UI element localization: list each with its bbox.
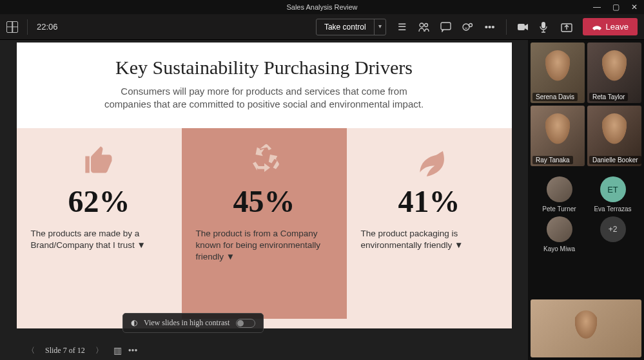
- maximize-icon[interactable]: ▢: [612, 3, 620, 12]
- slide-column-3: 41% The product packaging is environment…: [347, 128, 512, 319]
- gallery-icon[interactable]: ▥: [113, 345, 122, 356]
- participant-name: Ray Tanaka: [532, 156, 573, 164]
- hangup-icon: [592, 23, 602, 31]
- participant-name: Reta Taylor: [589, 93, 628, 101]
- people-icon[interactable]: [418, 22, 430, 32]
- layout-grid-icon[interactable]: [6, 21, 18, 33]
- titlebar: Sales Analysis Review ― ▢ ✕: [0, 0, 644, 14]
- participant-name: Danielle Booker: [589, 156, 641, 164]
- svg-point-1: [424, 23, 427, 26]
- meeting-timer: 22:06: [37, 22, 58, 32]
- list-icon[interactable]: ☰: [396, 21, 408, 33]
- participant-name: Eva Terrazas: [594, 205, 631, 213]
- desc-3: The product packaging is environmentally…: [361, 228, 498, 251]
- video-tile[interactable]: Danielle Booker: [587, 106, 641, 166]
- slide-subtitle: Consumers will pay more for products and…: [97, 85, 432, 111]
- leave-label: Leave: [606, 22, 629, 32]
- video-tile[interactable]: Ray Tanaka: [531, 106, 585, 166]
- camera-icon[interactable]: [517, 23, 529, 32]
- next-slide-button[interactable]: 〉: [92, 344, 107, 357]
- recycle-icon: [196, 141, 333, 180]
- participant-name: Kayo Miwa: [543, 245, 575, 252]
- leave-button[interactable]: Leave: [583, 18, 638, 35]
- video-tile[interactable]: Reta Taylor: [587, 43, 641, 103]
- svg-rect-5: [518, 24, 525, 30]
- minimize-icon[interactable]: ―: [593, 3, 601, 12]
- mic-icon[interactable]: [539, 21, 551, 33]
- video-tile[interactable]: Serena Davis: [531, 43, 585, 103]
- leaf-icon: [361, 141, 498, 180]
- close-icon[interactable]: ✕: [631, 3, 638, 12]
- presentation-stage: Key Sustainability Purchasing Drivers Co…: [0, 40, 528, 360]
- more-count: +2: [600, 216, 626, 242]
- desc-2: The product is from a Company known for …: [196, 228, 333, 263]
- meeting-toolbar: 22:06 Take control ▾ ☰ ••• Leave: [0, 14, 644, 40]
- participants-sidebar: Serena Davis Reta Taylor Ray Tanaka Dani…: [528, 40, 644, 360]
- avatar-initials: ET: [600, 176, 626, 202]
- more-icon[interactable]: •••: [484, 21, 496, 32]
- slide-column-2: 45% The product is from a Company known …: [182, 128, 347, 319]
- stat-2: 45%: [196, 184, 333, 219]
- slide-column-1: 62% The products are made by a Brand/Com…: [17, 128, 182, 319]
- desc-1: The products are made by a Brand/Company…: [31, 228, 168, 251]
- slide-title: Key Sustainability Purchasing Drivers: [43, 57, 486, 79]
- stat-3: 41%: [361, 184, 498, 219]
- reactions-icon[interactable]: [462, 22, 474, 32]
- thumbs-up-icon: [31, 141, 168, 180]
- svg-point-0: [420, 23, 424, 27]
- switch[interactable]: [236, 319, 255, 328]
- avatar-image: [547, 176, 572, 202]
- svg-point-3: [463, 24, 469, 30]
- svg-rect-2: [441, 23, 451, 30]
- take-control-dropdown[interactable]: ▾: [374, 19, 386, 35]
- contrast-icon: ◐: [131, 318, 137, 328]
- self-video-tile[interactable]: [531, 299, 641, 357]
- svg-point-4: [469, 23, 472, 26]
- slide-counter: Slide 7 of 12: [45, 346, 85, 355]
- participant-name: Serena Davis: [532, 93, 578, 101]
- participant-avatar[interactable]: ET Eva Terrazas: [588, 176, 638, 213]
- high-contrast-label: View slides in high contrast: [144, 318, 229, 328]
- take-control-button[interactable]: Take control: [316, 19, 375, 35]
- slide: Key Sustainability Purchasing Drivers Co…: [17, 43, 512, 328]
- share-icon[interactable]: [561, 22, 572, 32]
- window-title: Sales Analysis Review: [0, 3, 644, 11]
- chat-icon[interactable]: [440, 22, 452, 32]
- divider: [506, 19, 507, 35]
- high-contrast-toggle[interactable]: ◐ View slides in high contrast: [122, 313, 264, 333]
- slide-nav-bar: 〈 Slide 7 of 12 〉 ▥ •••: [23, 344, 137, 357]
- avatar-image: [547, 216, 572, 242]
- prev-slide-button[interactable]: 〈: [23, 344, 39, 357]
- more-slide-icon[interactable]: •••: [128, 346, 138, 356]
- more-participants[interactable]: +2: [588, 216, 638, 252]
- participant-avatar[interactable]: Pete Turner: [534, 176, 584, 213]
- divider: [27, 19, 28, 35]
- participant-avatar[interactable]: Kayo Miwa: [534, 216, 584, 252]
- stat-1: 62%: [31, 184, 168, 219]
- svg-rect-6: [542, 22, 545, 28]
- participant-name: Pete Turner: [542, 205, 576, 213]
